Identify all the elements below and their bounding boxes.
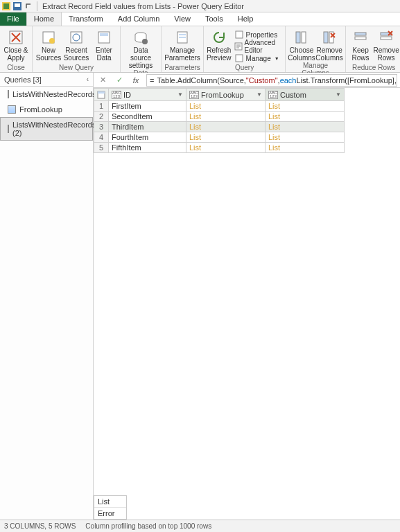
cell-id[interactable]: ThirdItem [109, 122, 186, 132]
svg-rect-24 [355, 37, 366, 39]
cell-fromlookup[interactable]: List [186, 132, 266, 143]
group-reduce-rows: Keep Rows Remove Rows Reduce Rows [346, 26, 400, 72]
preview-row[interactable]: List [94, 496, 126, 508]
cell-preview: List Error [94, 495, 127, 520]
choose-columns-icon [293, 29, 310, 46]
row-number[interactable]: 2 [94, 112, 109, 122]
cell-custom[interactable]: List [266, 112, 345, 122]
tab-tools[interactable]: Tools [198, 12, 231, 26]
filter-dropdown-icon[interactable]: ▼ [336, 91, 341, 98]
cell-custom[interactable]: List [266, 143, 345, 153]
svg-rect-7 [71, 32, 82, 43]
svg-rect-1 [3, 3, 9, 9]
enter-data-button[interactable]: Enter Data [91, 28, 117, 62]
svg-rect-15 [179, 37, 186, 38]
cell-fromlookup[interactable]: List [186, 112, 266, 122]
refresh-preview-button[interactable]: Refresh Preview [207, 28, 232, 62]
manage-query-button[interactable]: Manage▼ [233, 53, 283, 64]
body: Queries [3] ‹ ListsWithNestedRecordsFrom… [0, 73, 400, 520]
row-number[interactable]: 3 [94, 122, 109, 132]
enter-data-icon [96, 29, 112, 46]
query-item-label: ListsWithNestedRecords [12, 90, 96, 98]
svg-rect-18 [236, 55, 243, 62]
row-number[interactable]: 5 [94, 143, 109, 153]
formula-input[interactable]: = Table.AddColumn(Source, "Custom" , eac… [146, 74, 397, 87]
table-row[interactable]: 3ThirdItemListList [94, 122, 345, 132]
tab-file[interactable]: File [0, 12, 26, 26]
table-row[interactable]: 1FirstItemListList [94, 101, 345, 112]
table-row[interactable]: 5FifthItemListList [94, 143, 345, 153]
cell-custom[interactable]: List [266, 122, 345, 132]
table-icon [8, 125, 9, 133]
remove-rows-icon [378, 29, 394, 46]
group-manage-columns: Choose Columns Remove Columns Manage Col… [286, 26, 346, 72]
remove-rows-button[interactable]: Remove Rows [374, 28, 399, 62]
new-sources-button[interactable]: New Sources [35, 28, 62, 62]
choose-columns-button[interactable]: Choose Columns [288, 28, 315, 62]
collapse-icon[interactable]: ‹ [87, 76, 89, 83]
preview-row[interactable]: Error [94, 508, 126, 519]
svg-rect-16 [236, 31, 243, 38]
recent-sources-icon [68, 29, 85, 46]
data-source-settings-button[interactable]: Data source settings [123, 28, 158, 69]
svg-rect-20 [302, 32, 306, 43]
row-number[interactable]: 4 [94, 132, 109, 143]
svg-rect-28 [98, 91, 105, 94]
cell-id[interactable]: FourthItem [109, 132, 186, 143]
cell-fromlookup[interactable]: List [186, 122, 266, 132]
data-source-settings-icon [132, 29, 149, 46]
tab-home[interactable]: Home [26, 12, 62, 26]
queries-header[interactable]: Queries [3] ‹ [0, 73, 93, 87]
data-grid: ABC 123ID▼ ABC 123FromLookup▼ ABC 123Cus… [94, 88, 400, 520]
col-header-custom[interactable]: ABC 123Custom▼ [266, 89, 345, 101]
undo-icon[interactable] [24, 1, 33, 11]
close-apply-icon [8, 29, 24, 46]
keep-rows-button[interactable]: Keep Rows [349, 28, 372, 62]
tab-add-column[interactable]: Add Column [111, 12, 168, 26]
ribbon: Close & Apply Close New Sources Recent S… [0, 26, 400, 73]
table-row[interactable]: 2SecondItemListList [94, 112, 345, 122]
svg-rect-21 [324, 32, 328, 43]
window-title: Extract Record Field values from Lists -… [42, 2, 244, 10]
table-row[interactable]: 4FourthItemListList [94, 132, 345, 143]
close-apply-button[interactable]: Close & Apply [3, 28, 29, 62]
new-sources-icon [40, 29, 57, 46]
advanced-editor-button[interactable]: Advanced Editor [233, 41, 283, 52]
cell-id[interactable]: FifthItem [109, 143, 186, 153]
cell-custom[interactable]: List [266, 101, 345, 112]
status-profiling: Column profiling based on top 1000 rows [85, 522, 211, 530]
group-query: Refresh Preview Properties Advanced Edit… [204, 26, 286, 72]
query-item[interactable]: FromLookup [0, 102, 93, 117]
tab-view[interactable]: View [167, 12, 198, 26]
tab-help[interactable]: Help [231, 12, 261, 26]
row-number[interactable]: 1 [94, 101, 109, 112]
status-columns-rows: 3 COLUMNS, 5 ROWS [4, 522, 76, 530]
recent-sources-button[interactable]: Recent Sources [63, 28, 89, 62]
query-item[interactable]: ListsWithNestedRecords (2) [0, 117, 93, 141]
cell-fromlookup[interactable]: List [186, 101, 266, 112]
save-icon[interactable] [12, 1, 22, 11]
formula-commit-icon[interactable]: ✓ [113, 74, 125, 87]
cell-fromlookup[interactable]: List [186, 143, 266, 153]
filter-dropdown-icon[interactable]: ▼ [177, 91, 183, 98]
svg-point-12 [142, 39, 148, 44]
query-item-label: FromLookup [19, 105, 62, 114]
col-header-id[interactable]: ABC 123ID▼ [109, 89, 186, 101]
refresh-icon [211, 29, 227, 46]
cell-id[interactable]: FirstItem [109, 101, 186, 112]
manage-parameters-button[interactable]: Manage Parameters [164, 28, 200, 62]
col-header-fromlookup[interactable]: ABC 123FromLookup▼ [186, 89, 266, 101]
query-item[interactable]: ListsWithNestedRecords [0, 87, 93, 102]
formula-cancel-icon[interactable]: ✕ [96, 74, 109, 87]
table-corner[interactable] [94, 89, 109, 101]
manage-parameters-icon [174, 29, 191, 46]
fx-icon[interactable]: fx [130, 74, 142, 87]
tab-transform[interactable]: Transform [62, 12, 111, 26]
cell-id[interactable]: SecondItem [109, 112, 186, 122]
remove-columns-icon [321, 29, 338, 46]
cell-custom[interactable]: List [266, 132, 345, 143]
filter-dropdown-icon[interactable]: ▼ [256, 91, 262, 98]
remove-columns-button[interactable]: Remove Columns [316, 28, 342, 62]
group-close: Close & Apply Close [0, 26, 33, 72]
main-area: ✕ ✓ fx = Table.AddColumn(Source, "Custom… [94, 73, 400, 520]
